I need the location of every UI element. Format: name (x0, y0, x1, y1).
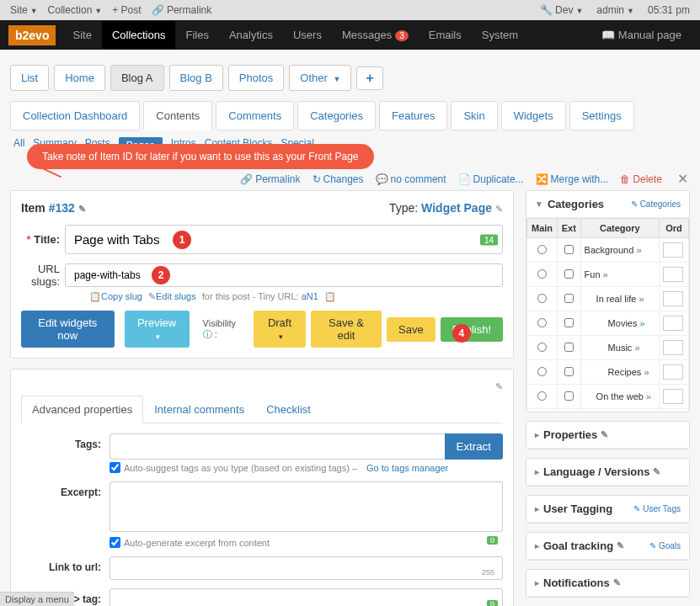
nav-emails[interactable]: Emails (419, 21, 472, 49)
tab-widgets[interactable]: Widgets (501, 101, 566, 130)
notifications-panel[interactable]: ▸Notifications✎ (526, 569, 690, 598)
properties-panel[interactable]: ▸Properties✎ (526, 421, 690, 449)
cat-link-icon[interactable]: » (634, 343, 639, 353)
close-button[interactable]: ✕ (677, 171, 688, 187)
edit-icon[interactable]: ✎ (653, 466, 660, 477)
topbar-site-menu[interactable]: Site▼ (7, 3, 41, 18)
cat-link-icon[interactable]: » (644, 367, 649, 377)
nav-analytics[interactable]: Analytics (219, 21, 283, 49)
nav-messages[interactable]: Messages3 (332, 21, 419, 49)
cat-name[interactable]: In real life (596, 294, 637, 304)
type-value-link[interactable]: Widget Page (421, 201, 492, 215)
cat-link-icon[interactable]: » (603, 269, 608, 279)
edit-icon[interactable]: ✎ (601, 429, 608, 440)
cat-ext-checkbox[interactable] (564, 269, 574, 279)
nav-files[interactable]: Files (175, 21, 218, 49)
cat-ord-input[interactable] (663, 267, 683, 282)
topbar-collection-menu[interactable]: Collection▼ (45, 3, 106, 18)
cat-name[interactable]: Music (608, 343, 633, 353)
tags-manager-link[interactable]: Go to tags manager (366, 463, 448, 473)
topbar-dev-menu[interactable]: 🔧 Dev▼ (537, 3, 587, 18)
pill-blog-a[interactable]: Blog A (110, 65, 164, 91)
action-merge[interactable]: 🔀Merge with... (536, 173, 609, 185)
cat-ord-input[interactable] (663, 389, 683, 404)
edit-layout-icon[interactable]: ✎ (495, 381, 503, 391)
tab-dashboard[interactable]: Collection Dashboard (10, 101, 140, 130)
nav-manual[interactable]: 📖 Manual page (591, 21, 692, 49)
edit-icon[interactable]: ✎ (617, 540, 624, 551)
cat-ext-checkbox[interactable] (564, 343, 574, 352)
preview-button[interactable]: Preview ▾ (125, 311, 190, 348)
cat-ord-input[interactable] (663, 340, 683, 355)
cat-name[interactable]: Background (585, 245, 634, 255)
edit-icon[interactable]: ✎ (495, 204, 503, 214)
tab-contents[interactable]: Contents (143, 101, 212, 130)
copy-slug-link[interactable]: Copy slug (101, 291, 142, 301)
copy-tiny-icon[interactable]: 📋 (324, 291, 336, 301)
autogen-excerpt-checkbox[interactable] (110, 537, 120, 548)
nav-users[interactable]: Users (283, 21, 332, 49)
tab-categories[interactable]: Categories (297, 101, 376, 130)
action-duplicate[interactable]: 📄Duplicate... (458, 173, 524, 185)
save-button[interactable]: Save (387, 317, 435, 342)
cat-name[interactable]: On the web (596, 391, 644, 401)
pill-list[interactable]: List (10, 65, 49, 91)
edit-icon[interactable]: ✎ (78, 204, 86, 214)
pill-add[interactable]: + (356, 66, 382, 90)
title-input[interactable] (65, 225, 503, 254)
goals-link[interactable]: ✎ Goals (649, 541, 681, 550)
cat-ext-checkbox[interactable] (564, 318, 574, 327)
save-edit-button[interactable]: Save & edit (311, 311, 382, 348)
extract-button[interactable]: Extract (445, 433, 503, 460)
cat-ord-input[interactable] (663, 316, 683, 331)
item-id-link[interactable]: #132 (49, 201, 75, 215)
topbar-admin-menu[interactable]: admin▼ (593, 3, 638, 18)
language-panel[interactable]: ▸Language / Versions✎ (526, 458, 690, 486)
edit-widgets-button[interactable]: Edit widgets now (21, 311, 115, 348)
titletag-input[interactable] (110, 588, 503, 606)
cat-main-radio[interactable] (537, 391, 547, 401)
cat-ext-checkbox[interactable] (564, 391, 574, 401)
nav-system[interactable]: System (472, 21, 528, 49)
cat-main-radio[interactable] (537, 318, 547, 327)
edit-slugs-link[interactable]: Edit slugs (156, 291, 196, 301)
cat-main-radio[interactable] (537, 245, 547, 254)
topbar-post-link[interactable]: + Post (109, 3, 144, 18)
excerpt-textarea[interactable] (110, 481, 503, 532)
cat-name[interactable]: Recipes (608, 367, 642, 377)
url-slug-input[interactable] (65, 263, 503, 287)
user-tags-link[interactable]: ✎ User Tags (633, 504, 681, 513)
tab-features[interactable]: Features (379, 101, 447, 130)
cat-ord-input[interactable] (663, 291, 683, 306)
cat-link-icon[interactable]: » (640, 318, 645, 328)
cat-ext-checkbox[interactable] (564, 367, 574, 376)
edit-icon[interactable]: ✎ (613, 577, 621, 588)
logo[interactable]: b2evo (8, 25, 56, 45)
action-permalink[interactable]: 🔗Permalink (240, 173, 300, 185)
topbar-permalink-link[interactable]: 🔗 Permalink (148, 3, 216, 18)
pill-other[interactable]: Other ▼ (289, 65, 351, 91)
cat-main-radio[interactable] (537, 269, 547, 279)
cat-main-radio[interactable] (537, 294, 547, 303)
cat-name[interactable]: Movies (608, 318, 638, 328)
goal-panel[interactable]: ▸Goal tracking✎✎ Goals (526, 532, 690, 561)
caret-down-icon[interactable]: ▼ (535, 199, 543, 209)
linkurl-input[interactable] (110, 556, 503, 580)
cat-main-radio[interactable] (537, 367, 547, 376)
cat-link-icon[interactable]: » (636, 245, 641, 255)
inner-tab-checklist[interactable]: Checklist (255, 396, 322, 423)
cat-main-radio[interactable] (537, 343, 547, 352)
publish-button[interactable]: Publish! (441, 317, 503, 342)
draft-button[interactable]: Draft ▾ (254, 311, 306, 348)
user-tagging-panel[interactable]: ▸User Tagging✎ User Tags (526, 495, 690, 524)
pill-photos[interactable]: Photos (228, 65, 284, 91)
edit-categories-link[interactable]: ✎ Categories (631, 199, 681, 209)
subtab-all[interactable]: All (13, 137, 24, 154)
cat-ord-input[interactable] (663, 364, 683, 380)
tags-input[interactable] (110, 433, 446, 460)
nav-collections[interactable]: Collections (102, 21, 176, 49)
inner-tab-internal[interactable]: Internal comments (143, 396, 255, 423)
tiny-url-link[interactable]: aN1 (302, 291, 318, 301)
pill-home[interactable]: Home (54, 65, 105, 91)
cat-ext-checkbox[interactable] (564, 245, 574, 254)
